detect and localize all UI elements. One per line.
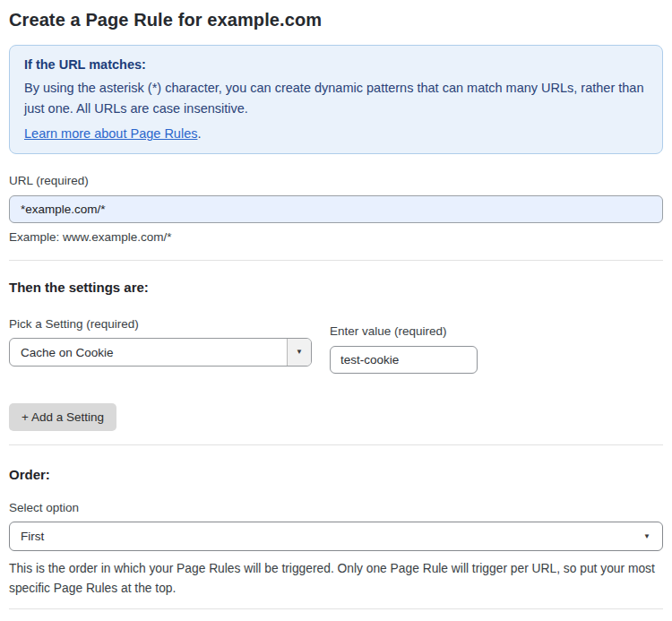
divider <box>9 260 663 261</box>
add-setting-button[interactable]: + Add a Setting <box>9 403 116 431</box>
url-match-info-box: If the URL matches: By using the asteris… <box>9 45 663 154</box>
order-helper-text: This is the order in which your Page Rul… <box>9 559 663 599</box>
setting-dropdown[interactable]: Cache on Cookie ▼ <box>9 338 312 367</box>
setting-value-label: Enter value (required) <box>330 324 478 338</box>
setting-picker-column: Pick a Setting (required) Cache on Cooki… <box>9 317 312 367</box>
setting-dropdown-value: Cache on Cookie <box>10 339 287 366</box>
order-select-label: Select option <box>9 501 663 514</box>
url-input[interactable] <box>9 195 663 223</box>
url-helper-text: Example: www.example.com/* <box>9 230 663 244</box>
settings-row: Pick a Setting (required) Cache on Cooki… <box>9 317 663 374</box>
setting-picker-label: Pick a Setting (required) <box>9 317 312 331</box>
chevron-down-icon: ▼ <box>296 349 303 356</box>
order-select[interactable]: First ▼ <box>9 522 663 551</box>
page-title: Create a Page Rule for example.com <box>9 10 663 30</box>
divider <box>9 608 663 609</box>
order-section-heading: Order: <box>9 467 663 482</box>
settings-section-heading: Then the settings are: <box>9 280 663 295</box>
order-select-value: First <box>10 530 643 543</box>
info-box-link-line: Learn more about Page Rules. <box>24 126 648 141</box>
setting-value-input[interactable] <box>330 346 478 374</box>
divider <box>9 444 663 445</box>
url-field-label: URL (required) <box>9 174 663 187</box>
learn-more-link[interactable]: Learn more about Page Rules <box>24 126 197 141</box>
setting-value-column: Enter value (required) <box>330 317 478 374</box>
chevron-down-icon: ▼ <box>643 533 650 540</box>
info-box-body: By using the asterisk (*) character, you… <box>24 78 648 119</box>
info-box-heading: If the URL matches: <box>24 57 648 72</box>
link-period: . <box>197 126 201 141</box>
setting-dropdown-arrow-button[interactable]: ▼ <box>287 339 311 366</box>
page-rule-form: Create a Page Rule for example.com If th… <box>0 10 672 621</box>
